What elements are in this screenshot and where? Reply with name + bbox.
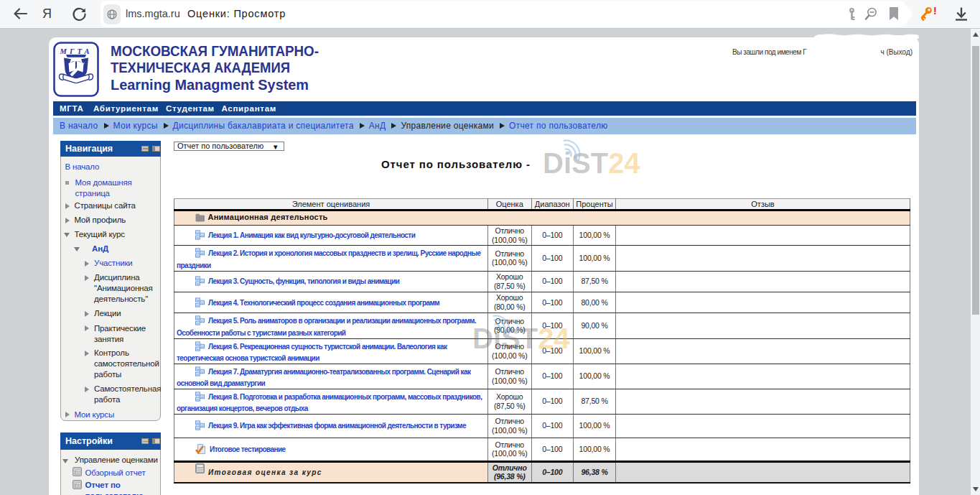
- svg-text:МГТА: МГТА: [59, 47, 92, 55]
- svg-text:!: !: [933, 6, 937, 17]
